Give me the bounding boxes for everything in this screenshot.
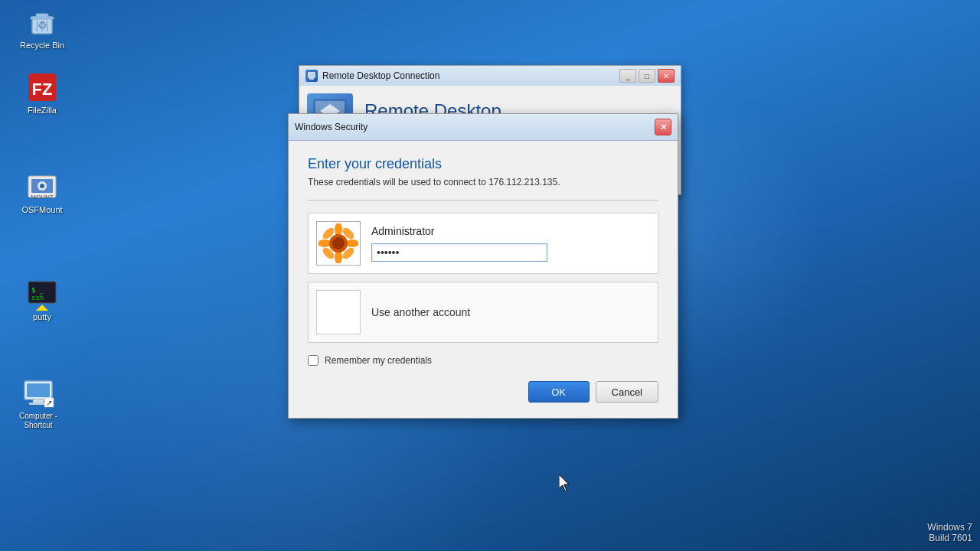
desktop-icon-filezilla[interactable]: FZ FileZilla [11,69,73,116]
osfmount-label: OSFMount [21,205,62,215]
administrator-avatar [316,221,361,266]
desktop-icon-putty[interactable]: $ _ ssh putty [11,276,73,322]
putty-icon: $ _ ssh [24,276,60,312]
win7-line1: Windows 7 [927,522,972,533]
windows7-brand: Windows 7 Build 7601 [927,522,972,543]
svg-marker-39 [559,474,569,491]
dialog-titlebar: Windows Security ✕ [289,114,678,141]
svg-text:♻: ♻ [38,19,47,31]
recycle-bin-label: Recycle Bin [20,41,64,51]
svg-rect-25 [309,78,314,80]
svg-point-12 [40,184,44,188]
desktop-icon-computer[interactable]: ↗ Computer - Shortcut [8,375,69,430]
svg-text:ssh: ssh [31,294,44,302]
rdc-title-text: Remote Desktop Connection [322,70,439,81]
svg-text:MOUNT: MOUNT [31,194,53,201]
svg-text:↗: ↗ [46,399,52,407]
flower-avatar-icon [318,223,358,263]
password-input[interactable] [371,243,547,262]
cancel-button[interactable]: Cancel [596,381,658,403]
filezilla-icon: FZ [24,69,60,106]
rdc-win-controls: _ □ ✕ [619,69,675,83]
dialog-subtext: These credentials will be used to connec… [308,177,658,187]
dialog-content: Enter your credentials These credentials… [289,141,678,418]
computer-icon: ↗ [20,375,57,412]
rdc-titlebar: Remote Desktop Connection _ □ ✕ [299,66,681,86]
dialog-heading: Enter your credentials [308,156,658,172]
svg-rect-24 [308,72,315,78]
remember-credentials-row: Remember my credentials [308,355,658,366]
administrator-credential-row: Administrator [308,213,658,274]
use-another-text: Use another account [371,306,470,318]
svg-text:FZ: FZ [32,80,53,99]
use-another-avatar [316,290,361,334]
administrator-name: Administrator [371,225,650,237]
remember-credentials-label: Remember my credentials [325,355,432,366]
desktop-icon-recycle-bin[interactable]: ♻ Recycle Bin [11,4,73,51]
dialog-title-text: Windows Security [295,122,368,132]
rdc-minimize-btn[interactable]: _ [619,69,636,83]
rdc-maximize-btn[interactable]: □ [639,69,655,83]
rdc-title-icon [305,70,318,82]
osfmount-icon: MOUNT [24,168,60,205]
filezilla-label: FileZilla [28,106,57,116]
svg-rect-19 [27,383,50,397]
dialog-close-btn[interactable]: ✕ [655,119,671,135]
svg-rect-20 [33,399,44,403]
desktop-icon-osfmount[interactable]: MOUNT OSFMount [11,168,73,215]
svg-text:$ _: $ _ [31,286,44,294]
administrator-info: Administrator [371,225,650,262]
svg-point-38 [332,237,345,249]
computer-label: Computer - Shortcut [8,412,69,430]
remember-credentials-checkbox[interactable] [308,355,318,366]
mouse-cursor [559,474,571,493]
dialog-divider [308,200,658,201]
recycle-bin-icon: ♻ [24,4,60,41]
rdc-close-btn[interactable]: ✕ [658,69,675,83]
win7-line2: Build 7601 [927,533,972,543]
windows-security-dialog: Windows Security ✕ Enter your credential… [288,113,678,419]
rdc-title-left: Remote Desktop Connection [305,70,439,82]
putty-label: putty [33,312,51,322]
use-another-account-row[interactable]: Use another account [308,282,658,343]
dialog-buttons: OK Cancel [308,381,658,403]
ok-button[interactable]: OK [528,381,590,403]
svg-marker-17 [36,305,48,311]
